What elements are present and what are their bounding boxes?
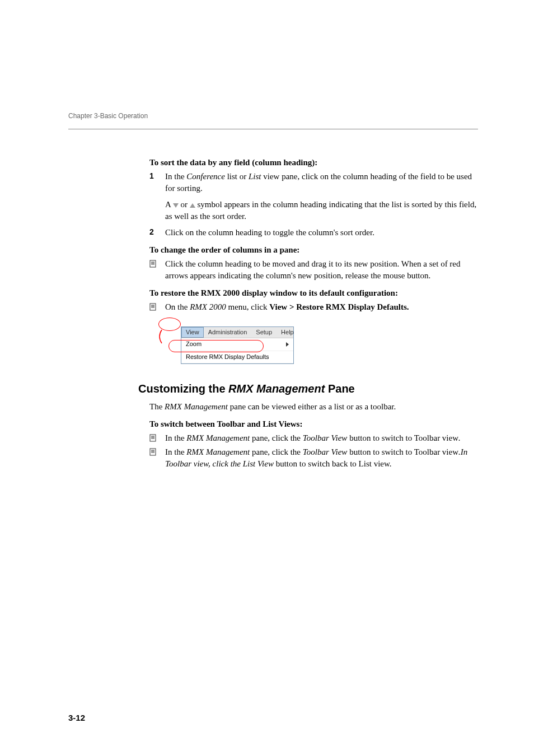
step-number: 1 <box>149 171 165 194</box>
bullet-toolbar-view: In the RMX Management pane, click the To… <box>149 432 478 444</box>
text: The <box>149 402 165 411</box>
document-icon <box>149 446 165 470</box>
restore-heading: To restore the RMX 2000 display window t… <box>149 287 478 299</box>
menu-help[interactable]: Help <box>277 327 298 338</box>
text-italic: List <box>249 172 261 181</box>
section-intro: The RMX Management pane can be viewed ei… <box>149 401 478 413</box>
svg-rect-8 <box>150 435 156 441</box>
text: button to switch back to List view. <box>274 459 392 468</box>
text-italic: Conference <box>186 172 225 181</box>
text: pane, click the <box>250 433 303 442</box>
step-text: Click on the column heading to toggle th… <box>165 227 478 239</box>
step-1: 1 In the Conference list or List view pa… <box>149 171 478 194</box>
text-italic: Toolbar View <box>303 433 348 442</box>
text: A <box>165 200 173 209</box>
menu-view[interactable]: View <box>181 327 204 338</box>
bullet-text: On the RMX 2000 menu, click View > Resto… <box>165 301 478 313</box>
step-2: 2 Click on the column heading to toggle … <box>149 227 478 239</box>
step-text: In the Conference list or List view pane… <box>165 171 478 194</box>
change-order-heading: To change the order of columns in a pane… <box>149 244 478 256</box>
text: pane can be viewed either as a list or a… <box>228 402 396 411</box>
document-icon <box>149 258 165 282</box>
svg-rect-4 <box>150 304 156 310</box>
text: button to switch to Toolbar view <box>347 433 458 442</box>
header-rule <box>68 129 478 129</box>
text-italic: Toolbar View <box>303 447 348 456</box>
text: In the <box>165 447 186 456</box>
text-italic: RMX 2000 <box>190 302 226 311</box>
text: , click the <box>208 459 243 468</box>
text: menu, click <box>226 302 269 311</box>
text: On the <box>165 302 190 311</box>
section-title: Customizing the RMX Management Pane <box>138 381 478 396</box>
page-number: 3-12 <box>68 713 85 722</box>
text-italic: RMX Management <box>228 382 325 395</box>
triangle-down-icon <box>173 203 179 208</box>
bullet-text: Click the column heading to be moved and… <box>165 258 478 282</box>
svg-rect-0 <box>150 260 156 267</box>
menu-restore-defaults[interactable]: Restore RMX Display Defaults <box>181 351 293 363</box>
document-icon <box>149 301 165 313</box>
text-italic: RMX Management <box>165 402 228 411</box>
sort-heading: To sort the data by any field (column he… <box>149 157 478 169</box>
text: Customizing the <box>138 382 228 395</box>
text: or <box>181 200 190 209</box>
menu-bar: View Administration Setup Help <box>181 327 293 338</box>
menu-administration[interactable]: Administration <box>204 327 252 338</box>
bullet-list-view: In the RMX Management pane, click the To… <box>149 446 478 470</box>
text-italic: RMX Management <box>186 433 250 442</box>
text-italic: List View <box>243 459 274 468</box>
step-number: 2 <box>149 227 165 239</box>
chapter-header: Chapter 3-Basic Operation <box>68 112 148 120</box>
sort-symbol-note: A or symbol appears in the column headin… <box>165 199 478 222</box>
text: Pane <box>325 382 354 395</box>
switch-views-heading: To switch between Toolbar and List Views… <box>149 418 478 430</box>
bullet-text: In the RMX Management pane, click the To… <box>165 446 478 470</box>
document-icon <box>149 432 165 444</box>
chevron-right-icon <box>286 342 289 347</box>
text: list or <box>225 172 249 181</box>
text: In the <box>165 433 186 442</box>
text-bold: View > Restore RMX Display Defaults. <box>269 302 409 311</box>
bullet-restore: On the RMX 2000 menu, click View > Resto… <box>149 301 478 313</box>
text-italic: RMX Management <box>186 447 250 456</box>
callout-connector <box>156 323 167 348</box>
menu-item-label: Restore RMX Display Defaults <box>186 353 269 361</box>
text: In the <box>165 172 186 181</box>
menu-setup[interactable]: Setup <box>251 327 277 338</box>
text: pane, click the <box>250 447 303 456</box>
text: symbol appears in the column heading ind… <box>165 200 476 221</box>
triangle-up-icon <box>190 203 195 208</box>
callout-circle-restore <box>168 340 264 352</box>
text: button to switch to Toolbar view <box>347 447 458 456</box>
bullet-text: In the RMX Management pane, click the To… <box>165 432 478 444</box>
text-italic: . <box>458 433 461 442</box>
bullet-change-order: Click the column heading to be moved and… <box>149 258 478 282</box>
svg-rect-12 <box>150 449 156 455</box>
